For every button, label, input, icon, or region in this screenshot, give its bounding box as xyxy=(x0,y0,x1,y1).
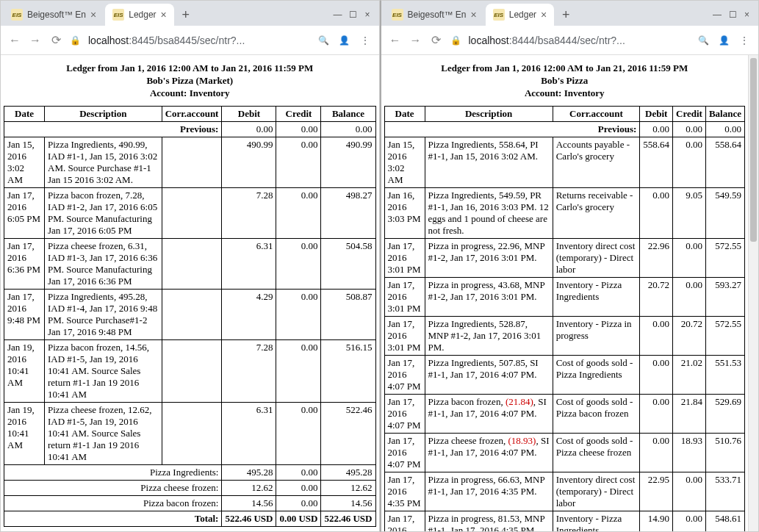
back-icon[interactable]: ← xyxy=(389,34,402,47)
ledger-title: Ledger from Jan 1, 2016 12:00 AM to Jan … xyxy=(384,62,746,100)
url-field[interactable]: localhost:8445/bsa8445/sec/ntr?... xyxy=(88,35,310,46)
cell-balance: 508.87 xyxy=(321,289,375,339)
tab-beigesoft[interactable]: EIS Beigesoft™ En × xyxy=(384,4,484,26)
profile-icon[interactable]: 👤 xyxy=(338,35,351,46)
subtotal-label: Pizza cheese frozen: xyxy=(4,480,222,495)
close-window-icon[interactable]: × xyxy=(364,10,370,20)
cell-credit: 9.05 xyxy=(673,187,706,238)
reload-icon[interactable]: ⟳ xyxy=(430,33,443,47)
url-host: localhost xyxy=(469,35,509,46)
ledger-org: Bob's Pizza (Market) xyxy=(4,75,376,87)
col-credit: Credit xyxy=(276,106,321,121)
page-content: Ledger from Jan 1, 2016 12:00 AM to Jan … xyxy=(1,55,379,531)
cell-balance: 572.55 xyxy=(705,238,744,277)
cell-desc: Pizza bacon frozen, 7.28, IAD #1-2, Jan … xyxy=(45,187,162,238)
search-icon[interactable]: 🔍 xyxy=(317,35,331,46)
close-icon[interactable]: × xyxy=(471,9,477,21)
cell-date: Jan 17, 2016 4:07 PM xyxy=(384,394,425,433)
window-controls: — ☐ × xyxy=(713,10,755,20)
cell-corr xyxy=(162,187,222,238)
cell-credit: 0.00 xyxy=(276,187,321,238)
tab-ledger[interactable]: EIS Ledger × xyxy=(486,4,555,26)
cell-corr: Inventory - Pizza Ingredients xyxy=(553,277,640,316)
close-icon[interactable]: × xyxy=(90,9,96,21)
cell-credit: 0.00 xyxy=(276,289,321,339)
cell-debit: 14.90 xyxy=(640,511,673,531)
scrollbar[interactable] xyxy=(748,55,758,531)
close-window-icon[interactable]: × xyxy=(744,10,749,20)
url-port: :8444 xyxy=(509,35,535,46)
window-controls: — ☐ × xyxy=(333,10,375,20)
back-icon[interactable]: ← xyxy=(8,34,21,47)
search-icon[interactable]: 🔍 xyxy=(697,35,710,46)
forward-icon[interactable]: → xyxy=(409,34,422,47)
subtotal-row: Pizza cheese frozen:12.620.0012.62 xyxy=(4,480,376,495)
cell-date: Jan 17, 2016 6:05 PM xyxy=(4,187,45,238)
cell-balance: 522.46 xyxy=(321,402,375,464)
cell-date: Jan 19, 2016 10:41 AM xyxy=(4,402,45,464)
table-row: Jan 17, 2016 4:07 PMPizza Ingredients, 5… xyxy=(384,355,745,394)
total-debit: 522.46 USD xyxy=(222,511,276,526)
table-row: Jan 16, 2016 3:03 PMPizza Ingredients, 5… xyxy=(384,187,745,238)
table-row: Jan 17, 2016 4:07 PMPizza cheese frozen,… xyxy=(384,433,745,472)
menu-icon[interactable]: ⋮ xyxy=(738,35,751,46)
cell-balance: 516.15 xyxy=(321,339,375,402)
cell-debit: 22.95 xyxy=(640,472,673,511)
new-tab-button[interactable]: + xyxy=(176,4,196,25)
cell-credit: 0.00 xyxy=(276,238,321,289)
profile-icon[interactable]: 👤 xyxy=(717,35,730,46)
cell-balance: 504.58 xyxy=(321,238,375,289)
cell-date: Jan 17, 2016 3:01 PM xyxy=(384,316,425,355)
tab-beigesoft[interactable]: EIS Beigesoft™ En × xyxy=(4,4,104,26)
table-row: Jan 17, 2016 3:01 PMPizza in progress, 4… xyxy=(384,277,745,316)
subtotal-label: Pizza Ingredients: xyxy=(4,464,222,480)
cell-date: Jan 17, 2016 4:07 PM xyxy=(384,433,425,472)
subtotal-label: Pizza bacon frozen: xyxy=(4,495,222,511)
cell-balance: 558.64 xyxy=(705,137,744,187)
cell-date: Jan 15, 2016 3:02 AM xyxy=(384,137,425,187)
menu-icon[interactable]: ⋮ xyxy=(359,35,372,46)
col-desc: Description xyxy=(45,106,162,121)
forward-icon[interactable]: → xyxy=(29,34,42,47)
cell-balance: 593.27 xyxy=(705,277,744,316)
close-icon[interactable]: × xyxy=(541,9,547,21)
url-field[interactable]: localhost:8444/bsa8444/sec/ntr?... xyxy=(469,35,690,46)
prev-debit: 0.00 xyxy=(640,121,673,137)
cell-credit: 0.00 xyxy=(276,402,321,464)
table-row: Jan 17, 2016 4:35 PMPizza in progress, 6… xyxy=(384,472,745,511)
new-tab-button[interactable]: + xyxy=(555,4,576,25)
tab-ledger[interactable]: EIS Ledger × xyxy=(105,4,174,26)
table-header-row: Date Description Corr.account Debit Cred… xyxy=(4,106,376,121)
cell-desc: Pizza cheese frozen, (18.93), SI #1-1, J… xyxy=(425,433,553,472)
prev-credit: 0.00 xyxy=(673,121,706,137)
cell-desc: Pizza Ingredients, 558.64, PI #1-1, Jan … xyxy=(425,137,553,187)
minimize-icon[interactable]: — xyxy=(713,10,722,20)
cell-date: Jan 17, 2016 4:35 PM xyxy=(384,511,425,531)
previous-row: Previous:0.000.000.00 xyxy=(384,121,745,137)
subtotal-debit: 14.56 xyxy=(222,495,276,511)
cell-date: Jan 17, 2016 6:36 PM xyxy=(4,238,45,289)
reload-icon[interactable]: ⟳ xyxy=(49,33,62,47)
total-balance: 522.46 USD xyxy=(321,511,375,526)
cell-credit: 21.02 xyxy=(673,355,706,394)
cell-corr xyxy=(162,402,222,464)
scrollbar-thumb[interactable] xyxy=(750,58,757,242)
close-icon[interactable]: × xyxy=(161,9,167,21)
cell-date: Jan 15, 2016 3:02 AM xyxy=(4,137,45,187)
favicon-icon: EIS xyxy=(11,9,23,21)
cell-desc: Pizza Ingredients, 549.59, PR #1-1, Jan … xyxy=(425,187,553,238)
cell-corr: Cost of goods sold - Pizza bacon frozen xyxy=(553,394,640,433)
cell-desc: Pizza in progress, 81.53, MNP #1-1, Jan … xyxy=(425,511,553,531)
cell-desc: Pizza Ingredients, 507.85, SI #1-1, Jan … xyxy=(425,355,553,394)
minimize-icon[interactable]: — xyxy=(333,10,342,20)
cell-corr xyxy=(162,137,222,187)
cell-balance: 529.69 xyxy=(705,394,744,433)
cell-desc: Pizza in progress, 43.68, MNP #1-2, Jan … xyxy=(425,277,553,316)
cell-balance: 490.99 xyxy=(321,137,375,187)
prev-balance: 0.00 xyxy=(705,121,744,137)
previous-label: Previous: xyxy=(4,121,222,137)
maximize-icon[interactable]: ☐ xyxy=(349,10,357,20)
col-desc: Description xyxy=(425,106,553,121)
table-row: Jan 19, 2016 10:41 AMPizza cheese frozen… xyxy=(4,402,376,464)
maximize-icon[interactable]: ☐ xyxy=(729,10,737,20)
